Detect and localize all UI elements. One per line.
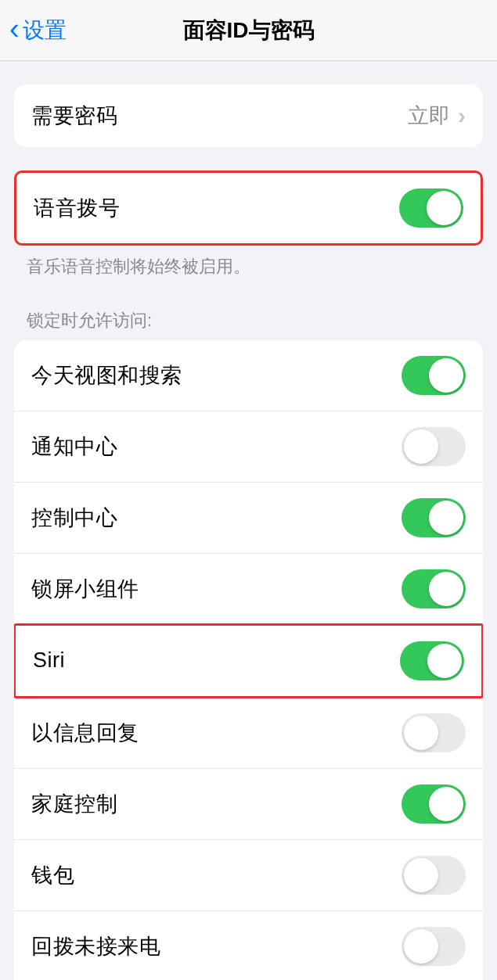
lock-access-toggle[interactable] [402,784,466,824]
toggle-thumb [404,429,438,464]
lock-access-row: 以信息回复 [14,698,483,768]
lock-access-row: 今天视图和搜索 [14,340,483,411]
toggle-thumb [429,358,463,393]
row-value: 立即 [408,102,450,130]
lock-access-toggle[interactable] [402,927,466,966]
lock-access-row: Siri [14,623,483,698]
back-button[interactable]: ‹ 设置 [9,16,67,45]
section-voice-dial: 语音拨号 [14,171,483,246]
require-passcode-row[interactable]: 需要密码 立即 › [14,84,483,147]
lock-access-toggle[interactable] [402,713,466,752]
lock-access-row: 通知中心 [14,411,483,482]
row-label: 锁屏小组件 [31,575,139,603]
chevron-right-icon: › [458,104,466,127]
toggle-thumb [429,572,463,606]
chevron-left-icon: ‹ [9,14,20,44]
lock-access-toggle[interactable] [402,356,466,395]
row-label: 语音拨号 [34,194,120,222]
lock-access-toggle[interactable] [402,498,466,537]
row-label: Siri [33,648,65,673]
voice-dial-toggle[interactable] [399,188,463,228]
lock-access-row: 控制中心 [14,482,483,553]
page-title: 面容ID与密码 [183,16,315,45]
voice-dial-footer: 音乐语音控制将始终被启用。 [0,246,497,279]
row-label: 以信息回复 [31,719,139,747]
lock-access-row: 回拨未接来电 [14,910,483,980]
voice-dial-row: 语音拨号 [16,173,481,243]
row-label: 钱包 [31,861,74,889]
row-label: 今天视图和搜索 [31,361,182,389]
row-label: 通知中心 [31,433,117,461]
row-label: 需要密码 [31,102,117,130]
navigation-bar: ‹ 设置 面容ID与密码 [0,0,497,61]
row-label: 回拨未接来电 [31,932,160,960]
row-value-wrap: 立即 › [408,102,466,130]
toggle-thumb [404,929,438,964]
lock-access-toggle[interactable] [400,641,464,680]
section-require-passcode: 需要密码 立即 › [14,84,483,147]
section-lock-access: 今天视图和搜索通知中心控制中心锁屏小组件Siri以信息回复家庭控制钱包回拨未接来… [14,340,483,980]
toggle-thumb [427,644,462,678]
lock-access-toggle[interactable] [402,569,466,608]
row-label: 家庭控制 [31,790,117,818]
toggle-thumb [429,501,463,535]
toggle-thumb [429,787,463,821]
toggle-thumb [404,858,438,892]
lock-access-row: 钱包 [14,839,483,910]
back-label: 设置 [23,16,67,45]
lock-access-row: 家庭控制 [14,768,483,839]
lock-access-toggle[interactable] [402,856,466,895]
lock-access-row: 锁屏小组件 [14,553,483,624]
toggle-thumb [427,191,461,225]
row-label: 控制中心 [31,504,117,532]
lock-access-header: 锁定时允许访问: [0,309,497,340]
lock-access-toggle[interactable] [402,427,466,466]
toggle-thumb [404,716,438,750]
